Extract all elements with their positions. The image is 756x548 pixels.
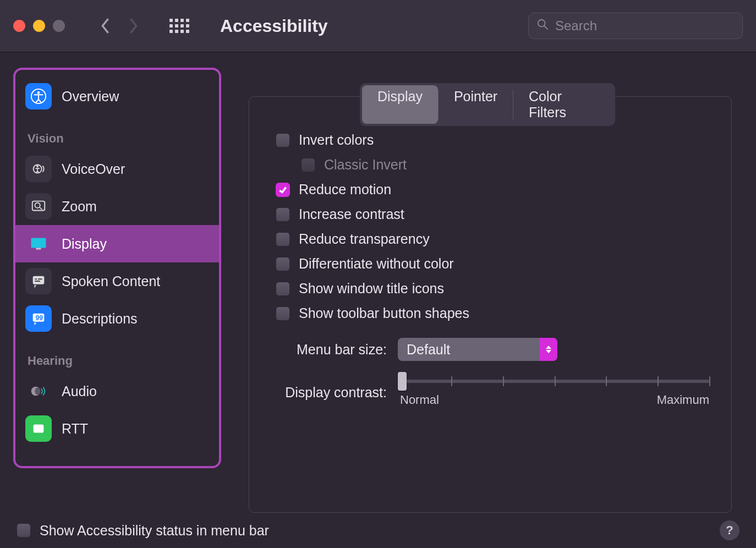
svg-marker-21 [546,350,551,353]
svg-point-5 [36,165,39,167]
sidebar-label: Display [62,236,107,252]
sidebar-label: Zoom [62,199,97,215]
check-show-toolbar-shapes[interactable]: Show toolbar button shapes [276,305,709,321]
search-field[interactable] [528,13,743,39]
checkbox-label: Differentiate without color [299,256,454,272]
search-icon [536,18,549,34]
svg-rect-12 [35,278,37,280]
tab-bar: Display Pointer Color Filters [360,83,615,126]
rtt-icon [25,415,52,442]
check-invert-colors[interactable]: Invert colors [276,132,709,148]
check-reduce-transparency[interactable]: Reduce transparency [276,231,709,247]
sidebar-item-descriptions[interactable]: 99 Descriptions [15,300,219,337]
tab-pointer[interactable]: Pointer [439,85,513,124]
checkbox-label: Reduce motion [299,182,391,198]
spoken-content-icon [25,268,52,294]
sidebar-item-spoken-content[interactable]: Spoken Content [15,262,219,300]
show-all-prefs-button[interactable] [169,19,189,33]
sidebar-item-overview[interactable]: Overview [15,78,219,115]
svg-marker-20 [546,346,551,349]
tab-display[interactable]: Display [362,85,438,124]
check-diff-without-color[interactable]: Differentiate without color [276,256,709,272]
close-window-button[interactable] [13,20,25,32]
check-show-title-icons[interactable]: Show window title icons [276,281,709,297]
detail-pane: Display Pointer Color Filters Invert col… [232,68,743,513]
tab-color-filters[interactable]: Color Filters [513,85,613,124]
svg-rect-13 [38,278,42,280]
zoom-window-button[interactable] [53,20,65,32]
checkbox-label: Show toolbar button shapes [299,305,469,321]
checkbox-label: Classic Invert [324,157,407,173]
checkbox[interactable] [276,232,290,246]
svg-rect-14 [35,281,40,282]
menu-bar-size-popup[interactable]: Default [398,338,557,361]
svg-point-18 [35,387,40,394]
svg-text:99: 99 [35,314,43,322]
sidebar-group-vision: Vision [15,115,219,150]
sidebar-label: VoiceOver [62,161,125,177]
footer-checkbox-label: Show Accessibility status in menu bar [40,523,269,539]
sidebar-item-voiceover[interactable]: VoiceOver [15,150,219,188]
descriptions-icon: 99 [25,305,52,332]
toolbar: Accessibility [0,0,756,52]
row-menu-bar-size: Menu bar size: Default [271,338,709,361]
popup-stepper-icon [540,338,557,361]
checkbox[interactable] [276,257,290,271]
checkbox-label: Invert colors [299,132,374,148]
audio-icon [25,378,52,404]
window-title: Accessibility [220,16,328,36]
checkbox[interactable] [276,183,290,197]
sidebar-item-rtt[interactable]: RTT [15,410,219,447]
svg-rect-11 [33,276,45,284]
sidebar-item-zoom[interactable]: Zoom [15,188,219,225]
footer-checkbox[interactable] [17,523,31,538]
display-contrast-label: Display contrast: [271,385,387,401]
checkbox [301,158,315,172]
back-button[interactable] [96,17,114,35]
menu-bar-size-label: Menu bar size: [271,342,387,358]
sidebar-label: Spoken Content [62,273,160,289]
footer: Show Accessibility status in menu bar ? [0,513,756,548]
slider-min-label: Normal [400,393,439,407]
svg-point-7 [35,202,40,207]
voiceover-icon [25,156,52,182]
svg-rect-10 [36,248,41,250]
zoom-icon [25,193,52,220]
row-display-contrast: Display contrast: Normal Maxim [271,377,709,407]
slider-knob[interactable] [398,372,407,391]
checkbox-label: Reduce transparency [299,231,430,247]
sidebar-label: RTT [62,421,88,437]
svg-rect-19 [34,425,44,433]
search-input[interactable] [555,18,735,34]
display-contrast-slider[interactable] [400,380,709,383]
sidebar-item-audio[interactable]: Audio [15,372,219,410]
sidebar-item-display[interactable]: Display [15,225,219,262]
forward-button[interactable] [124,17,143,35]
window-controls [13,20,65,32]
check-increase-contrast[interactable]: Increase contrast [276,206,709,222]
help-button[interactable]: ? [720,520,739,540]
checkbox-label: Increase contrast [299,206,404,222]
checkbox-label: Show window title icons [299,281,444,297]
display-settings-group: Invert colors Classic Invert Reduce moti… [249,96,732,513]
display-icon [25,231,52,257]
check-classic-invert: Classic Invert [301,157,709,173]
svg-point-3 [37,91,40,94]
sidebar-label: Descriptions [62,311,138,327]
svg-line-8 [40,207,42,210]
svg-rect-9 [31,238,46,248]
content: Overview Vision VoiceOver Zoom Display [0,52,756,513]
checkbox[interactable] [276,306,290,321]
checkbox[interactable] [276,207,290,222]
nav-arrows [96,17,143,35]
accessibility-icon [25,83,52,109]
sidebar: Overview Vision VoiceOver Zoom Display [13,68,221,468]
check-reduce-motion[interactable]: Reduce motion [276,182,709,198]
checkbox[interactable] [276,282,290,296]
sidebar-label: Overview [62,89,119,105]
minimize-window-button[interactable] [33,20,45,32]
menu-bar-size-value: Default [407,342,450,358]
checkbox[interactable] [276,133,290,147]
svg-line-1 [544,26,547,29]
slider-max-label: Maximum [657,393,709,407]
